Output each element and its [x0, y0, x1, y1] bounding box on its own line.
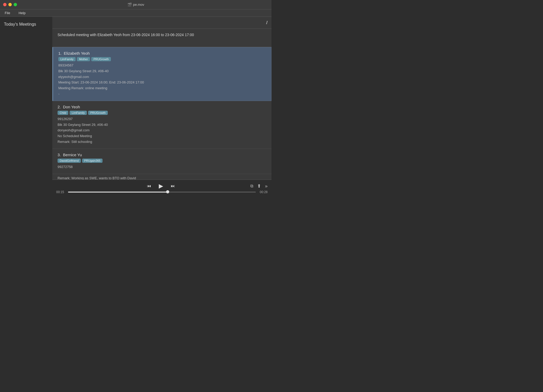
- contact-card-2[interactable]: 2. Don Yeoh Child LimFamily PRUGrowth 99…: [52, 101, 272, 149]
- meeting-banner-text: Scheduled meeting with Elizabeth Yeoh fr…: [58, 33, 266, 37]
- progress-row: 00:15 00:28: [56, 190, 268, 194]
- time-current: 00:15: [56, 190, 65, 194]
- cursor-icon: 𝐼: [266, 20, 268, 25]
- tag-limfamily-2: LimFamily: [70, 111, 87, 115]
- progress-track[interactable]: [68, 192, 256, 193]
- tag-prugrowth-1: PRUGrowth: [91, 57, 111, 61]
- tag-child-2: Child: [58, 111, 68, 115]
- contact-card-3[interactable]: 3. Bernice Yu DavidGirlfriend PRUgain365…: [52, 149, 272, 174]
- minimize-button[interactable]: [8, 3, 12, 6]
- contact-tags-3: DavidGirlfriend PRUgain365: [58, 159, 266, 163]
- more-button[interactable]: »: [265, 183, 268, 189]
- player-bar: ⏮ ▶ ⏭ ⧉ ⬆ » 00:15 00:28: [52, 180, 272, 196]
- contact-phone-2: 99126297: [58, 116, 266, 122]
- contact-remark-2: Remark: Still schooling: [58, 139, 266, 145]
- player-extra-icons: ⧉ ⬆ »: [250, 183, 268, 189]
- contact-remark-line: Remark: Working as SWE, wants to BTO wit…: [52, 174, 272, 180]
- contact-phone-1: 89334567: [58, 63, 266, 68]
- contact-meeting-remark-1: Meeting Remark: online meeting: [58, 86, 266, 91]
- menubar: File Help: [0, 9, 272, 17]
- fast-forward-button[interactable]: ⏭: [169, 183, 177, 189]
- content-area: 𝐼 Scheduled meeting with Elizabeth Yeoh …: [52, 17, 272, 196]
- contacts-list[interactable]: 1. Elizabeth Yeoh LimFamily Mother PRUGr…: [52, 47, 272, 180]
- share-button[interactable]: ⬆: [257, 183, 261, 189]
- search-area: 𝐼: [52, 17, 272, 29]
- contact-tags-1: LimFamily Mother PRUGrowth: [58, 57, 266, 61]
- tag-mother-1: Mother: [77, 57, 90, 61]
- contact-info-3: 99272758: [58, 164, 266, 170]
- menu-help[interactable]: Help: [17, 10, 27, 15]
- window-controls: [3, 3, 17, 6]
- contact-name-3: 3. Bernice Yu: [58, 153, 266, 157]
- contact-email-1: elyyeoh@gmail.com: [58, 74, 266, 80]
- tag-limfamily-1: LimFamily: [58, 57, 76, 61]
- maximize-button[interactable]: [14, 3, 17, 6]
- player-all-row: ⏮ ▶ ⏭ ⧉ ⬆ »: [56, 182, 268, 190]
- tag-prugrowth-2: PRUGrowth: [88, 111, 108, 115]
- contact-phone-3: 99272758: [58, 164, 266, 170]
- menu-file[interactable]: File: [3, 10, 12, 15]
- contact-tags-2: Child LimFamily PRUGrowth: [58, 111, 266, 115]
- contact-meeting-start-1: Meeting Start: 23-06-2024 16:00; End: 23…: [58, 80, 266, 85]
- bernice-remark: Remark: Working as SWE, wants to BTO wit…: [58, 176, 266, 180]
- progress-thumb: [166, 190, 169, 193]
- rewind-button[interactable]: ⏮: [145, 183, 153, 189]
- contact-email-2: donyeoh@gmail.com: [58, 128, 266, 133]
- contact-card-1[interactable]: 1. Elizabeth Yeoh LimFamily Mother PRUGr…: [52, 47, 272, 101]
- progress-fill: [68, 192, 168, 193]
- titlebar: 🎬 pe.mov: [0, 0, 272, 9]
- contact-info-2: 99126297 Blk 30 Geylang Street 29, #06-4…: [58, 116, 266, 145]
- player-controls: ⏮ ▶ ⏭: [72, 182, 250, 190]
- time-total: 00:28: [258, 190, 268, 194]
- screen-button[interactable]: ⧉: [250, 184, 253, 188]
- contact-meeting-info-2: No Scheduled Meeting: [58, 133, 266, 139]
- tag-davidgirlfriend-3: DavidGirlfriend: [58, 159, 81, 163]
- play-button[interactable]: ▶: [157, 182, 165, 190]
- contact-info-1: 89334567 Blk 30 Geylang Street 29, #06-4…: [58, 63, 266, 97]
- tag-prugain365-3: PRUgain365: [82, 159, 103, 163]
- main-layout: Today's Meetings 𝐼 Scheduled meeting wit…: [0, 17, 272, 196]
- file-icon: 🎬: [127, 3, 132, 7]
- window-title: 🎬 pe.mov: [127, 3, 144, 7]
- close-button[interactable]: [3, 3, 7, 6]
- contact-address-1: Blk 30 Geylang Street 29, #06-40: [58, 69, 266, 74]
- contact-name-1: 1. Elizabeth Yeoh: [58, 51, 266, 55]
- meeting-banner: Scheduled meeting with Elizabeth Yeoh fr…: [52, 29, 272, 47]
- contact-address-2: Blk 30 Geylang Street 29, #06-40: [58, 122, 266, 128]
- sidebar: Today's Meetings: [0, 17, 52, 196]
- contact-name-2: 2. Don Yeoh: [58, 105, 266, 109]
- sidebar-title: Today's Meetings: [4, 22, 48, 27]
- contact-extra-1: -: [58, 91, 266, 97]
